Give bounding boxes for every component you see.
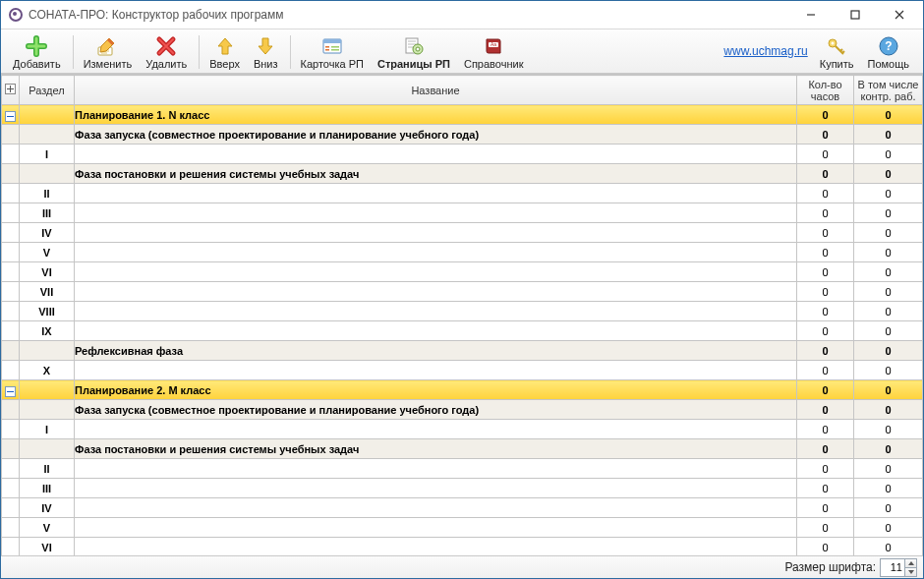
grid-scroll[interactable]: Раздел Название Кол-во часов В том числе… bbox=[1, 74, 923, 555]
table-row[interactable]: III00 bbox=[2, 203, 923, 223]
expander-cell bbox=[2, 420, 20, 439]
hours-cell: 0 bbox=[797, 164, 854, 184]
table-row[interactable]: IX00 bbox=[2, 321, 923, 341]
table-row[interactable]: II00 bbox=[2, 459, 923, 479]
delete-label: Удалить bbox=[145, 58, 187, 70]
name-cell bbox=[75, 223, 797, 243]
table-row[interactable]: VI00 bbox=[2, 262, 923, 282]
reference-button[interactable]: Aa Справочник bbox=[458, 33, 530, 73]
control-header[interactable]: В том числе контр. раб. bbox=[854, 76, 923, 105]
hours-header[interactable]: Кол-во часов bbox=[797, 76, 854, 105]
hours-cell: 0 bbox=[797, 302, 854, 321]
section-cell: VI bbox=[20, 538, 75, 556]
control-cell: 0 bbox=[854, 420, 923, 439]
control-cell: 0 bbox=[854, 479, 923, 498]
control-cell: 0 bbox=[854, 125, 923, 145]
close-button[interactable] bbox=[877, 1, 921, 29]
maximize-button[interactable] bbox=[833, 1, 877, 29]
name-cell bbox=[75, 145, 797, 164]
control-cell: 0 bbox=[854, 439, 923, 459]
spinner-down[interactable] bbox=[904, 568, 916, 576]
name-cell bbox=[75, 262, 797, 282]
expander-cell bbox=[2, 321, 20, 341]
move-up-button[interactable]: Вверх bbox=[203, 33, 246, 73]
section-cell: IX bbox=[20, 321, 75, 341]
section-cell: I bbox=[20, 420, 75, 439]
hours-cell: 0 bbox=[797, 498, 854, 518]
expander-cell[interactable] bbox=[2, 105, 20, 125]
hours-cell: 0 bbox=[797, 479, 854, 498]
help-button[interactable]: ? Помощь bbox=[862, 33, 916, 73]
pencil-icon bbox=[96, 35, 118, 57]
minimize-button[interactable] bbox=[788, 1, 833, 29]
expander-cell bbox=[2, 400, 20, 420]
expander-cell[interactable] bbox=[2, 380, 20, 400]
table-header-row: Раздел Название Кол-во часов В том числе… bbox=[2, 76, 923, 105]
svg-point-14 bbox=[832, 42, 835, 45]
table-row[interactable]: Фаза запуска (совместное проектирование … bbox=[2, 125, 923, 145]
table-row[interactable]: Планирование 2. M класс00 bbox=[2, 380, 923, 400]
table-row[interactable]: III00 bbox=[2, 479, 923, 498]
name-cell bbox=[75, 203, 797, 223]
spinner-up[interactable] bbox=[904, 559, 916, 568]
table-row[interactable]: I00 bbox=[2, 420, 923, 439]
down-label: Вниз bbox=[254, 58, 278, 70]
hours-cell: 0 bbox=[797, 243, 854, 262]
hours-cell: 0 bbox=[797, 439, 854, 459]
table-row[interactable]: X00 bbox=[2, 361, 923, 380]
font-size-spinner[interactable] bbox=[880, 558, 917, 577]
table-row[interactable]: Фаза постановки и решения системы учебны… bbox=[2, 164, 923, 184]
table-row[interactable]: Рефлексивная фаза00 bbox=[2, 341, 923, 361]
site-link[interactable]: www.uchmag.ru bbox=[723, 44, 807, 58]
expand-all-header[interactable] bbox=[2, 76, 20, 105]
help-label: Помощь bbox=[868, 58, 910, 70]
table-row[interactable]: I00 bbox=[2, 145, 923, 164]
table-row[interactable]: V00 bbox=[2, 243, 923, 262]
hours-cell: 0 bbox=[797, 361, 854, 380]
control-cell: 0 bbox=[854, 203, 923, 223]
card-button[interactable]: Карточка РП bbox=[295, 33, 370, 73]
table-row[interactable]: IV00 bbox=[2, 223, 923, 243]
control-cell: 0 bbox=[854, 302, 923, 321]
table-row[interactable]: Фаза постановки и решения системы учебны… bbox=[2, 439, 923, 459]
font-size-input[interactable] bbox=[881, 560, 904, 575]
add-button[interactable]: Добавить bbox=[7, 33, 67, 73]
table-row[interactable]: II00 bbox=[2, 184, 923, 203]
window-controls bbox=[788, 1, 921, 29]
add-label: Добавить bbox=[13, 58, 61, 70]
hours-cell: 0 bbox=[797, 459, 854, 479]
delete-button[interactable]: Удалить bbox=[140, 33, 193, 73]
name-cell bbox=[75, 459, 797, 479]
expander-cell bbox=[2, 145, 20, 164]
buy-button[interactable]: Купить bbox=[814, 33, 860, 73]
edit-label: Изменить bbox=[84, 58, 133, 70]
section-cell: IV bbox=[20, 498, 75, 518]
table-row[interactable]: V00 bbox=[2, 518, 923, 538]
control-cell: 0 bbox=[854, 518, 923, 538]
name-header[interactable]: Название bbox=[75, 76, 797, 105]
control-cell: 0 bbox=[854, 400, 923, 420]
hours-cell: 0 bbox=[797, 282, 854, 302]
table-row[interactable]: VIII00 bbox=[2, 302, 923, 321]
table-row[interactable]: Фаза запуска (совместное проектирование … bbox=[2, 400, 923, 420]
table-row[interactable]: VI00 bbox=[2, 538, 923, 556]
expander-cell bbox=[2, 498, 20, 518]
hours-cell: 0 bbox=[797, 321, 854, 341]
edit-button[interactable]: Изменить bbox=[78, 33, 139, 73]
table-row[interactable]: VII00 bbox=[2, 282, 923, 302]
expander-cell bbox=[2, 302, 20, 321]
pages-button[interactable]: Страницы РП bbox=[372, 33, 456, 73]
buy-label: Купить bbox=[820, 58, 854, 70]
section-cell: III bbox=[20, 479, 75, 498]
collapse-icon[interactable] bbox=[5, 111, 16, 122]
section-cell: I bbox=[20, 145, 75, 164]
collapse-icon[interactable] bbox=[5, 386, 16, 397]
titlebar: СОНАТА-ПРО: Конструктор рабочих программ bbox=[1, 1, 923, 29]
name-cell bbox=[75, 184, 797, 203]
table-row[interactable]: Планирование 1. N класс00 bbox=[2, 105, 923, 125]
section-header[interactable]: Раздел bbox=[20, 76, 75, 105]
move-down-button[interactable]: Вниз bbox=[248, 33, 284, 73]
name-cell bbox=[75, 518, 797, 538]
hours-cell: 0 bbox=[797, 184, 854, 203]
table-row[interactable]: IV00 bbox=[2, 498, 923, 518]
